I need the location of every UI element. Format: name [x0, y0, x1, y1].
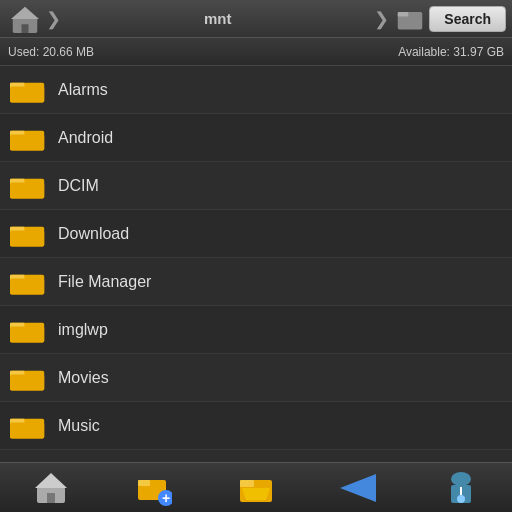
- svg-rect-36: [138, 480, 150, 486]
- list-item[interactable]: Alarms: [0, 66, 512, 114]
- svg-rect-10: [10, 134, 44, 150]
- svg-rect-22: [10, 326, 44, 342]
- list-item[interactable]: Movies: [0, 354, 512, 402]
- search-button[interactable]: Search: [429, 6, 506, 32]
- top-navigation-bar: ❯ mnt ❯ Search: [0, 0, 512, 38]
- svg-rect-34: [47, 493, 55, 503]
- list-item[interactable]: File Manager: [0, 258, 512, 306]
- svg-text:+: +: [162, 490, 170, 506]
- svg-rect-4: [398, 12, 409, 16]
- file-name: File Manager: [58, 273, 151, 291]
- svg-point-43: [451, 472, 471, 486]
- file-name: DCIM: [58, 177, 99, 195]
- home-button[interactable]: [6, 3, 44, 35]
- folder-nav-button[interactable]: [391, 3, 429, 35]
- svg-marker-42: [340, 474, 376, 502]
- breadcrumb-separator-2: ❯: [372, 8, 391, 30]
- bottom-toolbar: +: [0, 462, 512, 512]
- file-name: Alarms: [58, 81, 108, 99]
- available-storage: Available: 31.97 GB: [398, 45, 504, 59]
- list-item[interactable]: Notifications: [0, 450, 512, 462]
- open-folder-button[interactable]: [226, 466, 286, 510]
- svg-marker-41: [242, 488, 270, 500]
- list-item[interactable]: DCIM: [0, 162, 512, 210]
- svg-marker-33: [35, 473, 67, 488]
- file-name: imglwp: [58, 321, 108, 339]
- back-button[interactable]: [328, 466, 388, 510]
- used-storage: Used: 20.66 MB: [8, 45, 94, 59]
- list-item[interactable]: imglwp: [0, 306, 512, 354]
- svg-rect-28: [10, 422, 44, 438]
- list-item[interactable]: Android: [0, 114, 512, 162]
- svg-rect-40: [240, 480, 254, 487]
- svg-rect-13: [10, 182, 44, 198]
- list-item[interactable]: Download: [0, 210, 512, 258]
- svg-rect-7: [10, 86, 44, 102]
- current-directory: mnt: [63, 10, 372, 27]
- file-name: Movies: [58, 369, 109, 387]
- storage-info-bar: Used: 20.66 MB Available: 31.97 GB: [0, 38, 512, 66]
- svg-rect-25: [10, 374, 44, 390]
- add-folder-button[interactable]: +: [124, 466, 184, 510]
- svg-rect-19: [10, 278, 44, 294]
- svg-marker-1: [11, 6, 39, 18]
- breadcrumb-separator-1: ❯: [44, 8, 63, 30]
- svg-rect-2: [22, 24, 29, 33]
- svg-rect-16: [10, 230, 44, 246]
- info-button[interactable]: [431, 466, 491, 510]
- file-name: Android: [58, 129, 113, 147]
- list-item[interactable]: Music: [0, 402, 512, 450]
- file-name: Download: [58, 225, 129, 243]
- svg-point-45: [457, 495, 465, 503]
- file-list: Alarms Android DCIM Download: [0, 66, 512, 462]
- file-name: Music: [58, 417, 100, 435]
- home-bottom-button[interactable]: [21, 466, 81, 510]
